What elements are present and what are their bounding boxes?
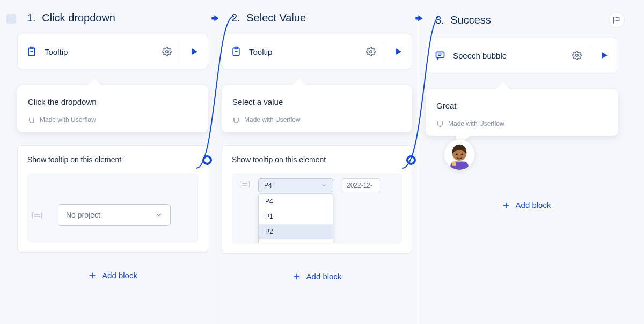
flag-icon [612,16,621,24]
block-type: Speech bubble [435,50,507,61]
step-number: 2. [231,12,240,24]
step-name: Select Value [246,12,306,24]
play-icon [599,51,609,60]
svg-point-9 [370,51,372,53]
step-title[interactable]: 2. Select Value [231,12,306,24]
settings-button[interactable] [361,42,380,61]
tooltip-preview: Select a value Made with Userflow [222,85,412,132]
play-icon [393,47,403,56]
element-label: Show tooltip on this element [232,155,402,164]
element-preview: P4 P4 P1 P2 P3 2022-12- [232,174,402,243]
gear-icon [572,51,582,60]
svg-point-19 [456,154,457,155]
step-title[interactable]: 3. Success [435,14,491,26]
speech-bubble-preview: Great Made with Userflow [426,89,618,136]
step-name: Success [450,14,491,26]
play-icon [189,47,199,56]
preview-play-button[interactable] [384,42,403,61]
step-header: 3. Success [425,10,628,38]
gear-icon [366,47,376,56]
element-label: Show tooltip on this element [27,155,198,164]
add-block-label: Add block [516,200,551,210]
step-column-2: 2. Select Value Tooltip [215,10,419,324]
made-with-userflow[interactable]: Made with Userflow [28,116,197,124]
svg-rect-17 [452,162,456,166]
element-targeting-card[interactable]: Show tooltip on this element P4 P4 P1 P2 [222,145,412,254]
settings-button[interactable] [157,42,177,61]
block-card[interactable]: Speech bubble [426,38,618,73]
made-with-userflow[interactable]: Made with Userflow [436,120,608,127]
date-field[interactable]: 2022-12- [342,178,380,192]
step-title[interactable]: 1. Click dropdown [27,12,115,24]
target-dropdown[interactable]: No project [58,204,171,226]
block-type-label: Speech bubble [453,51,507,60]
avatar-illustration [446,140,473,170]
tooltip-message: Click the dropdown [28,97,197,106]
block-card[interactable]: Tooltip [17,34,208,69]
element-preview: No project [27,174,198,242]
clipboard-icon [26,46,37,57]
step-column-3: 3. Success Speech bubble [419,10,633,324]
step-column-1: 1. Click dropdown Tooltip [11,10,215,324]
settings-button[interactable] [567,46,587,65]
step-name: Click dropdown [42,12,115,24]
svg-point-15 [576,54,579,57]
add-block-button[interactable]: Add block [425,182,628,214]
plus-icon [502,201,510,210]
made-with-userflow[interactable]: Made with Userflow [232,116,401,124]
step-inbound-arrow [414,13,425,24]
add-block-button[interactable]: Add block [221,254,413,285]
list-icon [32,212,42,219]
add-block-button[interactable]: Add block [16,253,209,284]
block-type: Tooltip [26,46,68,57]
preview-play-button[interactable] [590,46,609,65]
block-card[interactable]: Tooltip [222,34,412,69]
select-selected[interactable]: P4 [258,178,333,192]
userflow-logo-icon [436,120,444,127]
connector-out-handle[interactable] [406,155,416,165]
select-option[interactable]: P1 [259,209,333,224]
userflow-logo-icon [28,116,35,124]
element-targeting-card[interactable]: Show tooltip on this element No project [17,145,208,253]
block-type-label: Tooltip [45,47,68,56]
step-number: 3. [435,14,444,26]
target-select-control[interactable]: P4 P4 P1 P2 P3 [258,178,333,192]
step-inbound-arrow [210,13,221,24]
svg-rect-12 [436,52,444,57]
plus-icon [88,271,97,280]
block-type-label: Tooltip [249,47,272,56]
block-type: Tooltip [231,46,272,57]
add-block-label: Add block [102,271,137,280]
userflow-logo-icon [232,116,240,124]
step-start-dot [6,14,16,24]
avatar [444,139,475,170]
svg-point-3 [166,51,169,53]
step-header: 1. Click dropdown [16,10,209,34]
flow-canvas: 1. Click dropdown Tooltip [0,0,644,324]
select-option[interactable]: P3 [259,239,333,243]
list-icon [240,181,250,188]
select-menu[interactable]: P4 P1 P2 P3 [258,193,333,243]
tooltip-message: Select a value [232,97,401,106]
goal-flag-button[interactable] [609,12,625,28]
preview-play-button[interactable] [180,42,199,61]
plus-icon [292,272,301,281]
connector-out-handle[interactable] [202,155,212,165]
step-header: 2. Select Value [221,10,413,34]
chat-icon [435,50,445,61]
tooltip-preview: Click the dropdown Made with Userflow [17,85,208,132]
svg-point-20 [461,154,463,155]
step-number: 1. [27,12,36,24]
clipboard-icon [231,46,241,57]
chevron-down-icon [321,182,327,189]
gear-icon [162,47,172,56]
dropdown-value: No project [66,211,100,219]
speech-message: Great [436,101,608,110]
chevron-down-icon [155,211,163,219]
select-option[interactable]: P4 [259,194,333,209]
select-option[interactable]: P2 [259,224,333,239]
add-block-label: Add block [306,272,342,281]
